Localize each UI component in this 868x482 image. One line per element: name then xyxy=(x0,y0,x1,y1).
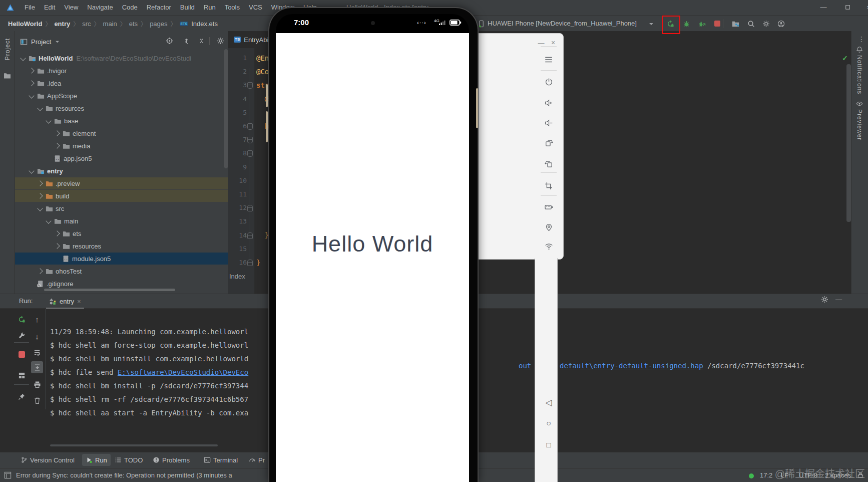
menu-refactor[interactable]: Refactor xyxy=(142,0,176,15)
restore-layout-icon[interactable] xyxy=(16,369,28,381)
tree-item-resources[interactable]: resources xyxy=(15,240,228,252)
stop-icon[interactable] xyxy=(711,17,724,30)
rerun-icon[interactable] xyxy=(16,313,28,325)
toolwindow-terminal[interactable]: Terminal xyxy=(200,454,241,466)
breadcrumb-item-ets[interactable]: ets xyxy=(128,20,139,28)
up-stack-icon[interactable]: ↑ xyxy=(31,313,43,325)
chevron-down-icon[interactable] xyxy=(46,218,51,223)
collapse-all-icon[interactable] xyxy=(195,35,207,47)
breadcrumb-item-pages[interactable]: pages xyxy=(149,20,168,28)
more-options-icon[interactable]: ⋮ xyxy=(858,35,865,43)
chevron-down-icon[interactable] xyxy=(46,118,51,123)
tree-item-app-json5[interactable]: {..}app.json5 xyxy=(15,152,228,164)
status-message[interactable]: Error during Sync: couldn't create file:… xyxy=(16,471,232,479)
power-icon[interactable] xyxy=(539,74,559,89)
tree-item-module-json5[interactable]: {..}module.json5 xyxy=(15,253,228,265)
chevron-right-icon[interactable] xyxy=(54,230,60,236)
tree-item--preview[interactable]: .preview xyxy=(15,177,228,189)
chevron-right-icon[interactable] xyxy=(37,193,43,198)
rotate-left-icon[interactable] xyxy=(539,156,559,171)
clear-all-icon[interactable] xyxy=(31,394,43,406)
tree-item--idea[interactable]: .idea xyxy=(15,77,228,89)
stop-icon[interactable] xyxy=(16,348,28,360)
scroll-to-end-icon[interactable] xyxy=(31,361,43,373)
tree-item-media[interactable]: media xyxy=(15,140,228,152)
down-stack-icon[interactable]: ↓ xyxy=(31,330,43,342)
chevron-down-icon[interactable] xyxy=(649,22,654,26)
expand-all-icon[interactable] xyxy=(180,35,192,47)
settings-icon[interactable] xyxy=(214,35,226,47)
tree-item-src[interactable]: src xyxy=(15,202,228,214)
fold-marker-icon[interactable] xyxy=(247,137,253,143)
chevron-right-icon[interactable] xyxy=(29,68,34,73)
fold-marker-icon[interactable] xyxy=(247,232,253,239)
project-horizontal-scrollbar[interactable] xyxy=(44,289,175,291)
breadcrumb-item-helloworld[interactable]: HelloWorld xyxy=(7,20,43,28)
locate-icon[interactable] xyxy=(163,35,175,47)
tree-item-appscope[interactable]: AppScope xyxy=(15,90,228,102)
chevron-right-icon[interactable] xyxy=(54,130,60,136)
tree-item--gitignore[interactable]: .gitignore xyxy=(15,278,228,290)
project-view-selector[interactable]: Project xyxy=(31,38,51,46)
fold-marker-icon[interactable] xyxy=(247,82,253,89)
breadcrumb-item-src[interactable]: src xyxy=(81,20,92,28)
menu-build[interactable]: Build xyxy=(176,0,199,15)
home-nav-icon[interactable]: ○ xyxy=(539,416,559,431)
breadcrumb-file[interactable]: Index.ets xyxy=(190,20,219,28)
tree-item-base[interactable]: base xyxy=(15,115,228,127)
hide-panel-icon[interactable]: — xyxy=(835,296,842,303)
chevron-down-icon[interactable] xyxy=(29,93,34,98)
menu-view[interactable]: View xyxy=(60,0,83,15)
console-link[interactable]: out xyxy=(519,362,531,370)
fold-marker-icon[interactable] xyxy=(247,150,253,157)
location-icon[interactable] xyxy=(539,219,559,234)
close-tab-icon[interactable]: × xyxy=(77,298,81,305)
attach-debugger-icon[interactable] xyxy=(695,17,708,30)
chevron-down-icon[interactable] xyxy=(29,168,34,173)
menu-icon[interactable] xyxy=(539,52,559,67)
device-selector[interactable]: HUAWEI Phone [NewDevice_from_Huawei_Phon… xyxy=(488,20,637,27)
soft-wrap-icon[interactable] xyxy=(31,346,43,358)
profile-icon[interactable] xyxy=(774,17,787,30)
project-vertical-scrollbar[interactable] xyxy=(224,49,228,168)
breadcrumb-item-entry[interactable]: entry xyxy=(53,20,71,28)
pin-icon[interactable] xyxy=(16,390,28,402)
run-tab-entry[interactable]: entry × xyxy=(46,295,84,309)
wifi-icon[interactable] xyxy=(539,238,559,254)
chevron-down-icon[interactable] xyxy=(20,55,26,61)
recents-nav-icon[interactable]: □ xyxy=(539,437,559,452)
chevron-right-icon[interactable] xyxy=(37,180,43,186)
menu-edit[interactable]: Edit xyxy=(40,0,60,15)
modify-run-configuration-icon[interactable] xyxy=(16,329,28,341)
tab-previewer-stripe[interactable]: Previewer xyxy=(856,100,863,142)
tree-item--hvigor[interactable]: .hvigor xyxy=(15,65,228,77)
toolwindow-version-control[interactable]: Version Control xyxy=(17,454,78,466)
menu-vcs[interactable]: VCS xyxy=(244,0,267,15)
menu-navigate[interactable]: Navigate xyxy=(83,0,117,15)
back-nav-icon[interactable]: ◁ xyxy=(539,395,559,410)
tree-item-build[interactable]: build xyxy=(15,190,228,202)
rotate-right-icon[interactable] xyxy=(539,135,559,150)
toolwindow-pr[interactable]: Pr xyxy=(245,454,268,466)
tab-project-stripe[interactable]: Project xyxy=(4,38,11,62)
menu-file[interactable]: File xyxy=(20,0,40,15)
menu-tools[interactable]: Tools xyxy=(220,0,244,15)
tree-item-ets[interactable]: ets xyxy=(15,227,228,239)
chevron-down-icon[interactable] xyxy=(55,40,60,44)
tree-item-entry[interactable]: entry xyxy=(15,165,228,177)
fold-marker-icon[interactable] xyxy=(247,260,253,266)
minimize-button[interactable]: — xyxy=(812,0,835,14)
breadcrumb-item-main[interactable]: main xyxy=(102,20,118,28)
console-link[interactable]: E:\software\DevEcoStudio\DevEco xyxy=(118,368,248,376)
editor-bottom-tab[interactable]: Index xyxy=(229,273,245,280)
print-icon[interactable] xyxy=(31,378,43,390)
layout-widget-icon[interactable] xyxy=(4,471,12,479)
settings-icon[interactable] xyxy=(759,17,772,30)
settings-gear-icon[interactable] xyxy=(821,296,828,303)
chevron-right-icon[interactable] xyxy=(54,143,60,148)
battery-icon[interactable] xyxy=(539,199,559,214)
emulator-minimize-icon[interactable]: — xyxy=(536,35,547,50)
emulator-close-icon[interactable]: × xyxy=(548,35,559,50)
tree-item-helloworld[interactable]: HelloWorldE:\software\DevEcoStudio\DevEc… xyxy=(15,52,228,64)
screenshot-icon[interactable] xyxy=(539,178,559,193)
